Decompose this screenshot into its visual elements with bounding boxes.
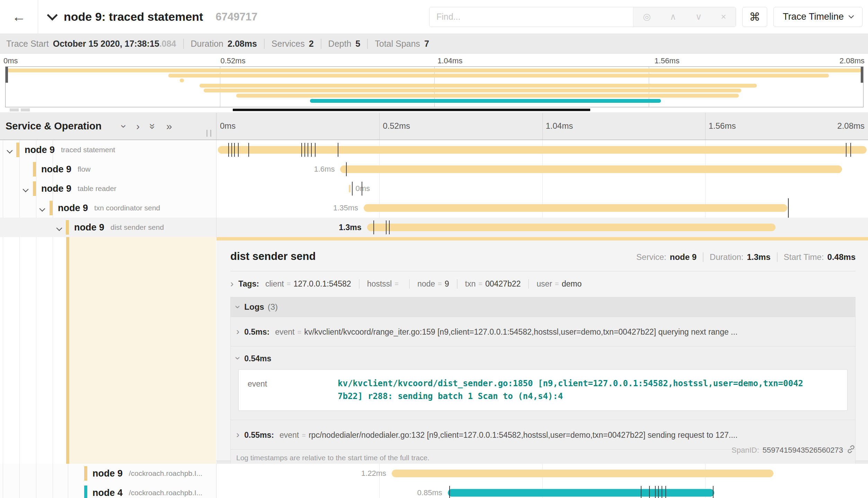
view-select[interactable]: Trace Timeline: [773, 7, 862, 27]
log-entry[interactable]: 0.5ms: event = kv/kvclient/kvcoord/range…: [231, 317, 855, 346]
collapse-trace-icon[interactable]: [47, 10, 57, 20]
log-event-tick: [658, 486, 659, 498]
ruler-tick-label: 0.52ms: [217, 56, 246, 65]
detail-meta-item: Start Time:0.48ms: [777, 252, 856, 262]
next-match-icon[interactable]: ∨: [696, 11, 702, 22]
collapse-children-icon[interactable]: [56, 225, 62, 231]
tree-row-txn-coordinator-send[interactable]: node 9txn coordinator send: [0, 198, 216, 218]
log-event-tick: [788, 198, 789, 218]
minimap-right-handle[interactable]: [861, 67, 863, 83]
column-headers: Service & Operation › › » » 0ms0.52ms1.0…: [0, 112, 868, 140]
ruler-tick-label: 0ms: [216, 121, 236, 131]
logs-title: Logs: [244, 302, 264, 312]
log-entry-expanded: 0.54ms event kv/kvclient/kvcoord/dist_se…: [231, 346, 855, 420]
ruler-tick-label: 2.08ms: [840, 56, 865, 65]
ruler-tick-label: 1.04ms: [434, 56, 462, 65]
find-input[interactable]: [429, 7, 633, 27]
log-value: kv/kvclient/kvcoord/range_iter.go:159 [n…: [304, 327, 737, 337]
log-key: event: [275, 327, 294, 337]
minimap-left-handle[interactable]: [6, 67, 8, 83]
tree-row-roachpb-node9[interactable]: node 9/cockroach.roachpb.I...: [0, 464, 216, 483]
log-fields-table: event kv/kvclient/kvcoord/dist_sender.go…: [238, 369, 848, 411]
span-bar[interactable]: [367, 224, 776, 231]
summary-item: Depth5: [321, 39, 361, 49]
clear-find-icon[interactable]: ×: [721, 11, 726, 22]
collapse-children-icon[interactable]: [39, 206, 45, 212]
logs-header[interactable]: Logs (3): [231, 297, 855, 317]
logs-count: (3): [268, 302, 278, 312]
summary-item: Duration2.08ms: [183, 39, 257, 49]
log-time: 0.5ms:: [244, 327, 269, 337]
span-bar-row[interactable]: [216, 140, 868, 160]
minimap-viewport[interactable]: [5, 66, 863, 107]
tags-accordion[interactable]: Tags: client=127.0.0.1:54582hostssl=node…: [230, 278, 856, 289]
trace-timeline-page: ← node 9: traced statement 6749717 ◎ ∧ ∨…: [0, 0, 868, 498]
span-bar-row[interactable]: 0.85ms: [216, 483, 868, 498]
selected-span-accent-stripe: [66, 237, 69, 464]
back-button[interactable]: ←: [0, 0, 38, 34]
service-name: node 9: [92, 468, 123, 479]
collapse-icon[interactable]: [232, 305, 243, 308]
command-icon: ⌘: [749, 10, 760, 24]
log-event-tick: [665, 486, 666, 498]
collapse-children-icon[interactable]: [7, 148, 13, 154]
span-bar[interactable]: [364, 204, 787, 212]
expand-all-icon[interactable]: »: [166, 121, 172, 132]
span-bar-row-selected[interactable]: 1.3ms: [216, 218, 868, 237]
chevron-down-icon: [849, 13, 854, 19]
expand-icon[interactable]: [230, 278, 233, 289]
page-title: node 9: traced statement: [64, 10, 203, 24]
log-event-tick: [248, 143, 249, 157]
span-bar[interactable]: [340, 165, 842, 173]
log-event-tick: [346, 162, 347, 176]
selected-span-highlight: [69, 237, 216, 464]
span-bar[interactable]: [448, 489, 714, 497]
span-duration-label: 0.85ms: [417, 488, 442, 497]
span-bar-row[interactable]: 0ms: [216, 179, 868, 198]
tree-row-dist-sender-send[interactable]: node 9dist sender send: [0, 218, 216, 237]
minimap-scrollbar[interactable]: [0, 108, 868, 111]
collapse-one-icon[interactable]: ›: [119, 125, 129, 128]
collapse-children-icon[interactable]: [23, 187, 29, 192]
log-event-tick: [846, 143, 847, 157]
log-event-tick: [362, 182, 362, 196]
span-color-marker: [84, 466, 87, 481]
tag-item: user=demo: [528, 279, 582, 289]
tree-row-flow[interactable]: node 9flow: [0, 160, 216, 179]
ruler-tick-label: 0ms: [0, 56, 18, 65]
column-resize-handle[interactable]: [206, 130, 211, 137]
collapse-all-icon[interactable]: »: [148, 123, 158, 129]
keyboard-shortcuts-button[interactable]: ⌘: [742, 7, 767, 27]
minimap-span-bar: [180, 79, 184, 82]
span-tree-bottom: node 9/cockroach.roachpb.I... node 4/coc…: [0, 464, 216, 498]
tags-label: Tags:: [238, 279, 259, 289]
collapse-icon[interactable]: [232, 356, 243, 360]
locate-icon[interactable]: ◎: [643, 11, 651, 22]
span-color-marker: [33, 162, 36, 176]
span-bar-row[interactable]: 1.22ms: [216, 464, 868, 483]
log-event-tick: [641, 486, 641, 498]
minimap-ruler: 0ms0.52ms1.04ms1.56ms2.08ms: [0, 54, 868, 66]
link-icon[interactable]: [847, 445, 856, 456]
span-color-marker: [33, 181, 36, 196]
tree-row-traced-statement[interactable]: node 9traced statement: [0, 140, 216, 160]
log-event-tick: [713, 486, 714, 498]
tree-row-table-reader[interactable]: node 9table reader: [0, 179, 216, 198]
tag-item: txn=00427b22: [457, 279, 521, 289]
log-value: rpc/nodedialer/nodedialer.go:132 [n9,cli…: [309, 431, 737, 440]
log-entry-header[interactable]: 0.54ms: [236, 353, 850, 364]
span-bar-row[interactable]: 1.6ms: [216, 160, 868, 179]
prev-match-icon[interactable]: ∧: [670, 11, 676, 22]
log-event-tick: [234, 143, 235, 157]
span-bar[interactable]: [349, 185, 351, 192]
tree-row-roachpb-node4[interactable]: node 4/cockroach.roachpb.I...: [0, 483, 216, 498]
expand-icon[interactable]: [236, 429, 239, 440]
operation-name: /cockroach.roachpb.I...: [129, 489, 202, 497]
log-event-tick: [662, 486, 662, 498]
minimap-span-bar: [310, 99, 661, 103]
span-bar-row[interactable]: 1.35ms: [216, 198, 868, 218]
expand-icon[interactable]: [236, 326, 239, 337]
expand-one-icon[interactable]: ›: [136, 121, 140, 132]
timeline-minimap[interactable]: 0ms0.52ms1.04ms1.56ms2.08ms: [0, 54, 868, 112]
span-bar[interactable]: [392, 470, 773, 477]
